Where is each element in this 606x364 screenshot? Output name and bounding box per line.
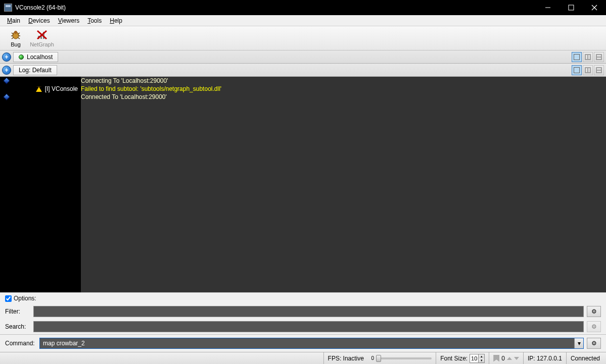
- spinner-down-button[interactable]: ▼: [479, 358, 484, 362]
- window-title: VConsole2 (64-bit): [15, 4, 536, 11]
- menu-viewers-label: iewers: [62, 17, 80, 24]
- log-tab-strip: + Log: Default: [0, 64, 606, 77]
- fps-segment: FPS: Inactive 0: [323, 352, 436, 364]
- svg-point-11: [14, 31, 17, 34]
- log-gutter: [I] VConsole: [0, 77, 81, 292]
- filter-label: Filter:: [5, 308, 30, 315]
- log-layout-single-button[interactable]: [572, 65, 582, 75]
- layout-single-button[interactable]: [572, 52, 582, 62]
- command-input[interactable]: [40, 338, 574, 348]
- add-log-button[interactable]: +: [2, 66, 11, 75]
- menu-help[interactable]: Help: [107, 16, 125, 25]
- minimize-button[interactable]: [536, 0, 560, 15]
- menu-tools-label: ools: [90, 17, 102, 24]
- log-source-label: [I] VConsole: [45, 85, 78, 92]
- menu-devices[interactable]: Devices: [25, 16, 53, 25]
- gear-icon: ⚙: [591, 323, 597, 330]
- font-size-spinner[interactable]: ▲▼: [470, 354, 485, 363]
- log-layout-split-h-button[interactable]: [594, 65, 604, 75]
- tab-localhost[interactable]: Localhost: [13, 52, 58, 62]
- log-output[interactable]: Connecting To 'Localhost:29000'Failed to…: [81, 77, 606, 292]
- info-icon: [3, 77, 10, 84]
- titlebar: VConsole2 (64-bit): [0, 0, 606, 15]
- gutter-row: [0, 93, 81, 101]
- chevron-down-icon: ▾: [578, 340, 581, 347]
- filter-settings-button[interactable]: ⚙: [587, 306, 601, 317]
- maximize-button[interactable]: [560, 0, 583, 15]
- menubar: Main Devices Viewers Tools Help: [0, 15, 606, 26]
- bookmark-segment: 0: [489, 352, 523, 364]
- gear-icon: ⚙: [591, 308, 597, 315]
- svg-rect-1: [569, 5, 574, 10]
- log-layout-split-v-button[interactable]: [583, 65, 593, 75]
- ip-segment: IP: 127.0.0.1: [523, 352, 566, 364]
- bug-icon: [10, 29, 22, 40]
- layout-split-v-button[interactable]: [583, 52, 593, 62]
- bookmark-prev-button[interactable]: [507, 357, 512, 360]
- search-row: Search: ⚙: [0, 319, 606, 334]
- netgraph-label: NetGraph: [30, 41, 54, 47]
- search-label: Search:: [5, 323, 30, 330]
- tab-log-default-label: Log: Default: [19, 67, 52, 74]
- font-size-segment: Font Size: ▲▼: [436, 352, 489, 364]
- command-history-dropdown[interactable]: ▾: [574, 338, 583, 348]
- fps-value: 0: [371, 355, 375, 361]
- close-button[interactable]: [583, 0, 606, 15]
- console-area: [I] VConsole Connecting To 'Localhost:29…: [0, 77, 606, 292]
- filter-row: Filter: ⚙: [0, 304, 606, 319]
- app-icon: [4, 4, 12, 12]
- bookmark-next-button[interactable]: [514, 357, 519, 360]
- connection-tab-strip: + Localhost: [0, 50, 606, 64]
- search-input[interactable]: [33, 321, 584, 332]
- toolbar: Bug NetGraph: [0, 26, 606, 50]
- gutter-row: [0, 77, 81, 85]
- svg-line-9: [12, 37, 14, 39]
- netgraph-icon: [36, 29, 48, 40]
- connected-label: Connected: [571, 355, 600, 362]
- log-line: Connecting To 'Localhost:29000': [81, 77, 606, 85]
- connected-segment: Connected: [566, 352, 604, 364]
- options-checkbox[interactable]: [5, 295, 12, 302]
- add-connection-button[interactable]: +: [2, 53, 11, 62]
- fps-label: FPS: Inactive: [328, 355, 364, 362]
- warning-icon: [36, 86, 42, 92]
- bug-label: Bug: [11, 41, 21, 47]
- search-settings-button[interactable]: ⚙: [587, 321, 601, 332]
- spinner-up-button[interactable]: ▲: [479, 354, 484, 358]
- gear-icon: ⚙: [591, 340, 597, 347]
- info-icon: [3, 93, 10, 100]
- fps-slider[interactable]: [376, 357, 432, 359]
- statusbar: FPS: Inactive 0 Font Size: ▲▼ 0 IP: 127.…: [0, 352, 606, 364]
- menu-main[interactable]: Main: [4, 16, 23, 25]
- font-size-input[interactable]: [470, 354, 478, 362]
- menu-devices-label: evices: [33, 17, 50, 24]
- menu-help-label: elp: [114, 17, 122, 24]
- gutter-row: [I] VConsole: [0, 85, 81, 93]
- bookmark-icon: [493, 355, 499, 362]
- font-size-label: Font Size:: [440, 355, 468, 362]
- menu-viewers[interactable]: Viewers: [55, 16, 82, 25]
- options-row: Options:: [0, 292, 606, 304]
- command-settings-button[interactable]: ⚙: [587, 338, 601, 349]
- command-label: Command:: [5, 340, 36, 347]
- tab-localhost-label: Localhost: [27, 54, 53, 61]
- log-line: Failed to find subtool: 'subtools/netgra…: [81, 85, 606, 93]
- options-label: Options:: [14, 295, 36, 302]
- ip-label: IP: 127.0.0.1: [528, 355, 562, 362]
- menu-main-label: ain: [12, 17, 20, 24]
- tab-log-default[interactable]: Log: Default: [13, 65, 57, 75]
- bookmark-count: 0: [501, 355, 505, 362]
- command-row: Command: ▾ ⚙: [0, 334, 606, 352]
- menu-tools[interactable]: Tools: [84, 16, 105, 25]
- status-dot-icon: [19, 55, 24, 60]
- slider-thumb-icon: [376, 355, 381, 362]
- layout-split-h-button[interactable]: [594, 52, 604, 62]
- bug-button[interactable]: Bug: [4, 28, 27, 48]
- log-line: Connected To 'Localhost:29000': [81, 93, 606, 101]
- netgraph-button[interactable]: NetGraph: [30, 28, 54, 48]
- svg-line-10: [18, 37, 20, 39]
- filter-input[interactable]: [33, 306, 584, 317]
